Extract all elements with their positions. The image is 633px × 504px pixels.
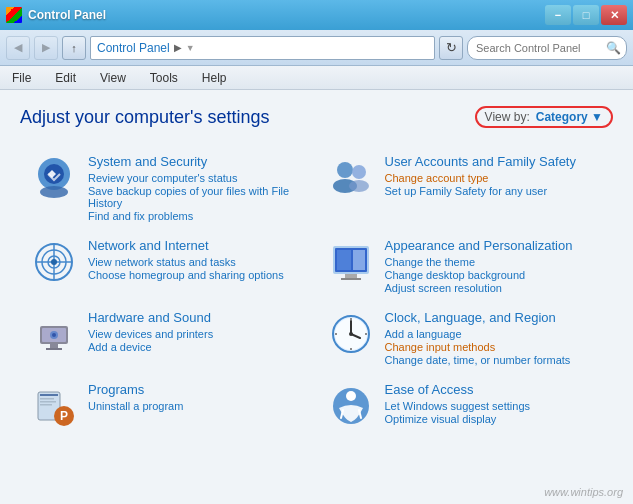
svg-point-24 bbox=[52, 333, 56, 337]
svg-rect-37 bbox=[40, 401, 56, 403]
path-controlpanel[interactable]: Control Panel bbox=[97, 41, 170, 55]
watermark: www.wintips.org bbox=[544, 486, 623, 498]
search-input[interactable] bbox=[467, 36, 627, 60]
svg-rect-15 bbox=[337, 250, 351, 270]
svg-rect-21 bbox=[50, 344, 58, 348]
ease-icon bbox=[327, 382, 375, 430]
menu-file[interactable]: File bbox=[8, 69, 35, 87]
clock-content: Clock, Language, and Region Add a langua… bbox=[385, 310, 604, 366]
main-content: Adjust your computer's settings View by:… bbox=[0, 90, 633, 504]
users-link-2[interactable]: Set up Family Safety for any user bbox=[385, 185, 604, 197]
svg-rect-16 bbox=[353, 250, 365, 270]
title-bar-left: Control Panel bbox=[6, 7, 106, 23]
refresh-button[interactable]: ↻ bbox=[439, 36, 463, 60]
clock-link-1[interactable]: Add a language bbox=[385, 328, 604, 340]
appearance-title[interactable]: Appearance and Personalization bbox=[385, 238, 604, 253]
svg-point-42 bbox=[346, 391, 356, 401]
users-icon bbox=[327, 154, 375, 202]
page-header: Adjust your computer's settings View by:… bbox=[20, 106, 613, 128]
menu-edit[interactable]: Edit bbox=[51, 69, 80, 87]
category-system: System and Security Review your computer… bbox=[20, 146, 317, 230]
svg-text:P: P bbox=[60, 409, 68, 423]
clock-icon bbox=[327, 310, 375, 358]
hardware-link-2[interactable]: Add a device bbox=[88, 341, 307, 353]
network-link-2[interactable]: Choose homegroup and sharing options bbox=[88, 269, 307, 281]
path-arrow: ▶ bbox=[174, 42, 182, 53]
clock-title[interactable]: Clock, Language, and Region bbox=[385, 310, 604, 325]
svg-rect-35 bbox=[40, 394, 58, 396]
back-button[interactable]: ◀ bbox=[6, 36, 30, 60]
categories-grid: System and Security Review your computer… bbox=[20, 146, 613, 438]
svg-rect-38 bbox=[40, 404, 52, 406]
category-clock: Clock, Language, and Region Add a langua… bbox=[317, 302, 614, 374]
menu-view[interactable]: View bbox=[96, 69, 130, 87]
ease-link-1[interactable]: Let Windows suggest settings bbox=[385, 400, 604, 412]
system-link-1[interactable]: Review your computer's status bbox=[88, 172, 307, 184]
users-title[interactable]: User Accounts and Family Safety bbox=[385, 154, 604, 169]
appearance-icon bbox=[327, 238, 375, 286]
programs-link-1[interactable]: Uninstall a program bbox=[88, 400, 307, 412]
system-title[interactable]: System and Security bbox=[88, 154, 307, 169]
title-bar: Control Panel − □ ✕ bbox=[0, 0, 633, 30]
network-title[interactable]: Network and Internet bbox=[88, 238, 307, 253]
network-links: View network status and tasks Choose hom… bbox=[88, 256, 307, 281]
svg-rect-36 bbox=[40, 398, 54, 400]
system-link-3[interactable]: Find and fix problems bbox=[88, 210, 307, 222]
svg-point-29 bbox=[349, 332, 353, 336]
forward-button[interactable]: ▶ bbox=[34, 36, 58, 60]
programs-icon: P bbox=[30, 382, 78, 430]
system-icon bbox=[30, 154, 78, 202]
hardware-links: View devices and printers Add a device bbox=[88, 328, 307, 353]
menu-bar: File Edit View Tools Help bbox=[0, 66, 633, 90]
category-programs: P Programs Uninstall a program bbox=[20, 374, 317, 438]
hardware-title[interactable]: Hardware and Sound bbox=[88, 310, 307, 325]
svg-point-6 bbox=[349, 180, 369, 192]
appearance-link-3[interactable]: Adjust screen resolution bbox=[385, 282, 604, 294]
appearance-link-1[interactable]: Change the theme bbox=[385, 256, 604, 268]
system-links: Review your computer's status Save backu… bbox=[88, 172, 307, 222]
svg-rect-18 bbox=[341, 278, 361, 280]
appearance-link-2[interactable]: Change desktop background bbox=[385, 269, 604, 281]
clock-links: Add a language Change input methods Chan… bbox=[385, 328, 604, 366]
hardware-icon bbox=[30, 310, 78, 358]
ease-content: Ease of Access Let Windows suggest setti… bbox=[385, 382, 604, 425]
appearance-links: Change the theme Change desktop backgrou… bbox=[385, 256, 604, 294]
menu-tools[interactable]: Tools bbox=[146, 69, 182, 87]
ease-title[interactable]: Ease of Access bbox=[385, 382, 604, 397]
system-link-2[interactable]: Save backup copies of your files with Fi… bbox=[88, 185, 307, 209]
window-controls: − □ ✕ bbox=[545, 5, 627, 25]
svg-rect-17 bbox=[345, 274, 357, 278]
programs-content: Programs Uninstall a program bbox=[88, 382, 307, 412]
viewby-wrap: View by: Category ▼ bbox=[475, 106, 613, 128]
svg-rect-22 bbox=[46, 348, 62, 350]
users-content: User Accounts and Family Safety Change a… bbox=[385, 154, 604, 197]
page-title: Adjust your computer's settings bbox=[20, 107, 270, 128]
close-button[interactable]: ✕ bbox=[601, 5, 627, 25]
path-dropdown-arrow: ▼ bbox=[186, 43, 195, 53]
programs-links: Uninstall a program bbox=[88, 400, 307, 412]
category-users: User Accounts and Family Safety Change a… bbox=[317, 146, 614, 230]
users-links: Change account type Set up Family Safety… bbox=[385, 172, 604, 197]
search-button[interactable]: 🔍 bbox=[606, 41, 621, 55]
network-icon bbox=[30, 238, 78, 286]
programs-title[interactable]: Programs bbox=[88, 382, 307, 397]
category-ease: Ease of Access Let Windows suggest setti… bbox=[317, 374, 614, 438]
hardware-content: Hardware and Sound View devices and prin… bbox=[88, 310, 307, 353]
maximize-button[interactable]: □ bbox=[573, 5, 599, 25]
clock-link-2[interactable]: Change input methods bbox=[385, 341, 604, 353]
viewby-dropdown[interactable]: Category ▼ bbox=[536, 110, 603, 124]
hardware-link-1[interactable]: View devices and printers bbox=[88, 328, 307, 340]
windows-icon bbox=[6, 7, 22, 23]
ease-link-2[interactable]: Optimize visual display bbox=[385, 413, 604, 425]
network-content: Network and Internet View network status… bbox=[88, 238, 307, 281]
up-button[interactable]: ↑ bbox=[62, 36, 86, 60]
network-link-1[interactable]: View network status and tasks bbox=[88, 256, 307, 268]
address-bar: ◀ ▶ ↑ Control Panel ▶ ▼ ↻ 🔍 bbox=[0, 30, 633, 66]
clock-link-3[interactable]: Change date, time, or number formats bbox=[385, 354, 604, 366]
category-hardware: Hardware and Sound View devices and prin… bbox=[20, 302, 317, 374]
category-network: Network and Internet View network status… bbox=[20, 230, 317, 302]
users-link-1[interactable]: Change account type bbox=[385, 172, 604, 184]
appearance-content: Appearance and Personalization Change th… bbox=[385, 238, 604, 294]
menu-help[interactable]: Help bbox=[198, 69, 231, 87]
minimize-button[interactable]: − bbox=[545, 5, 571, 25]
